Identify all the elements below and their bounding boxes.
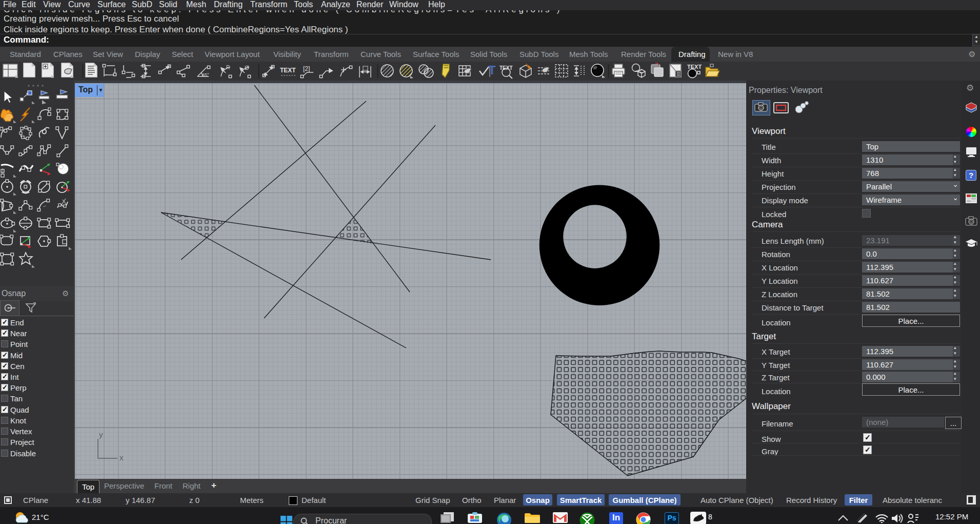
svg-text:45°: 45° xyxy=(202,72,209,77)
svg-text:y: y xyxy=(99,430,103,439)
svg-text:T: T xyxy=(488,63,496,77)
svg-text:x: x xyxy=(119,453,124,462)
svg-text:TEXT: TEXT xyxy=(687,64,702,70)
svg-text:TEXT: TEXT xyxy=(280,67,296,74)
svg-text:R: R xyxy=(226,65,230,70)
svg-text:Ø: Ø xyxy=(245,65,249,71)
svg-text:[2]: [2] xyxy=(303,65,310,72)
